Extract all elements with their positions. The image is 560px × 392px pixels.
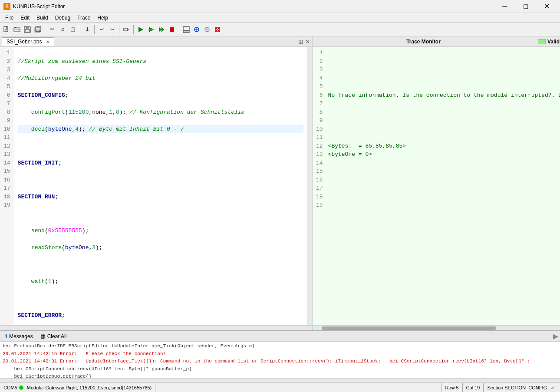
status-resize: ⊿ (550, 385, 557, 390)
trace-hscroll[interactable] (313, 325, 560, 330)
save-button[interactable] (23, 25, 32, 34)
editor-tab-ssi[interactable]: SSI_Geber.pbs ✕ (2, 37, 54, 46)
messages-content[interactable]: bei ProtocolBuilderIDE.PBScriptEditor.tm… (0, 342, 560, 378)
code-content[interactable]: //Skript zum auslesen eines SSI-Gebers /… (14, 47, 307, 325)
status-col: Col 19 (462, 383, 484, 392)
connection-status-dot (19, 385, 23, 390)
svg-line-26 (206, 28, 208, 31)
row-label: Row (445, 385, 455, 390)
menu-edit[interactable]: Edit (17, 14, 33, 22)
menu-trace[interactable]: Trace (74, 14, 94, 22)
bottom-hscroll[interactable] (0, 378, 560, 382)
svg-marker-14 (138, 27, 143, 32)
messages-tab[interactable]: ℹ Messages (2, 332, 36, 340)
col-label: Col (466, 385, 474, 390)
trace-legend-valid: Valid (538, 39, 560, 45)
title-bar: K KUNBUS-Script Editor ─ □ ✕ (0, 0, 560, 13)
menu-build[interactable]: Build (33, 14, 52, 22)
trace-connect-button[interactable] (192, 25, 201, 34)
redo-button[interactable]: ↪ (107, 25, 117, 34)
section-label: Section (487, 385, 503, 390)
statusbar: COM5 Modular Gateway Right, 115200, Even… (0, 382, 560, 392)
editor-vscroll[interactable] (307, 47, 312, 325)
section-value: SECTION_CONFIG (504, 385, 547, 390)
app-icon: K (3, 3, 10, 10)
window-controls[interactable]: ─ □ ✕ (495, 0, 557, 13)
run-all-button[interactable] (157, 25, 166, 34)
status-row: Row 5 (441, 383, 462, 392)
menu-help[interactable]: Help (94, 14, 112, 22)
svg-rect-6 (26, 26, 29, 29)
status-section: Section SECTION_CONFIG (483, 383, 550, 392)
open-button[interactable] (12, 25, 22, 34)
maximize-button[interactable]: □ (516, 0, 536, 13)
menu-bar: File Edit Build Debug Trace Help (0, 13, 560, 23)
svg-rect-4 (14, 27, 16, 28)
com-label: COM5 (3, 385, 17, 390)
editor-tab-label: SSI_Geber.pbs (7, 39, 42, 45)
trace-disconnect-button[interactable] (202, 25, 212, 34)
svg-rect-19 (170, 27, 174, 32)
counter-button[interactable]: 1 (82, 25, 92, 34)
editor-tab-bar: SSI_Geber.pbs ✕ ⊞ ✕ (0, 36, 312, 47)
close-button[interactable]: ✕ (537, 0, 557, 13)
run-trace-button[interactable] (146, 25, 156, 34)
list-item: 20.01.2021 14:42:31 Error: UpdateInterfa… (3, 358, 557, 366)
svg-rect-20 (183, 26, 189, 30)
toggle-panel-button[interactable] (181, 25, 191, 34)
row-value: 5 (456, 385, 458, 390)
list-item: 20.01.2021 14:42:15 Error: Please check … (3, 350, 557, 358)
svg-rect-10 (37, 26, 39, 28)
paste-button[interactable]: 📋 (68, 25, 78, 34)
main-content: SSI_Geber.pbs ✕ ⊞ ✕ 12345 678910 1112131… (0, 36, 560, 382)
editors-area: SSI_Geber.pbs ✕ ⊞ ✕ 12345 678910 1112131… (0, 36, 560, 330)
new-button[interactable] (2, 25, 11, 34)
bottom-tabs: ℹ Messages 🗑 Clear All ▶ (0, 331, 560, 342)
svg-rect-7 (25, 30, 30, 32)
menu-debug[interactable]: Debug (52, 14, 74, 22)
list-item: bei ProtocolBuilderIDE.PBScriptEditor.tm… (3, 343, 557, 350)
clear-all-label: Clear All (47, 333, 67, 339)
clear-all-button[interactable]: 🗑 Clear All (40, 333, 67, 339)
svg-rect-21 (183, 31, 189, 33)
run-button[interactable] (136, 25, 145, 34)
trace-header: Trace Monitor Valid Error (313, 36, 560, 47)
stop-button[interactable] (167, 25, 177, 34)
list-item: bei CScriptDebug.getTrace() (3, 373, 557, 378)
col-value: 19 (474, 385, 480, 390)
copy-button[interactable]: ⧉ (58, 25, 67, 34)
trace-title: Trace Monitor (318, 39, 529, 45)
cut-button[interactable]: ✂ (47, 25, 57, 34)
app-title: KUNBUS-Script Editor (13, 3, 495, 10)
status-com: COM5 Modular Gateway Right, 115200, Even… (3, 383, 155, 392)
editor-tab-close-icon[interactable]: ✕ (46, 40, 49, 44)
editor-hscroll[interactable] (0, 325, 312, 330)
save-all-button[interactable] (33, 25, 43, 34)
bottom-scroll-right: ▶ (553, 332, 558, 340)
line-numbers: 12345 678910 1112131415 16171819 (0, 47, 14, 325)
svg-rect-12 (123, 28, 128, 31)
trace-hscroll-thumb[interactable] (322, 326, 496, 330)
stop-script-button[interactable] (213, 25, 222, 34)
breakpoint-button[interactable] (122, 25, 131, 34)
toolbar: ✂ ⧉ 📋 1 ↩ ↪ (0, 23, 560, 36)
clear-icon: 🗑 (40, 333, 46, 339)
undo-button[interactable]: ↩ (97, 25, 106, 34)
code-editor[interactable]: 12345 678910 1112131415 16171819 //Skrip… (0, 47, 312, 325)
tab-icons[interactable]: ⊞ ✕ (298, 38, 310, 45)
valid-color-box (538, 39, 546, 44)
tab-close-icon[interactable]: ✕ (305, 38, 310, 45)
valid-label: Valid (547, 39, 560, 45)
bottom-panel: ℹ Messages 🗑 Clear All ▶ bei ProtocolBui… (0, 330, 560, 382)
connection-info: Modular Gateway Right, 115200, Even, sen… (27, 385, 152, 390)
minimize-button[interactable]: ─ (495, 0, 515, 13)
pin-icon[interactable]: ⊞ (298, 38, 303, 45)
info-icon: ℹ (5, 333, 7, 339)
list-item: bei CScriptConnection.recv(UInt16* len, … (3, 366, 557, 373)
trace-line-numbers: 12345 678910 1112131415 16171819 (313, 47, 326, 325)
trace-panel: Trace Monitor Valid Error 12345 678910 1… (313, 36, 560, 330)
menu-file[interactable]: File (2, 14, 17, 22)
svg-marker-18 (161, 27, 164, 32)
trace-text-area[interactable]: No Trace information. Is the connection … (326, 47, 560, 325)
trace-content[interactable]: 12345 678910 1112131415 16171819 No Trac… (313, 47, 560, 325)
